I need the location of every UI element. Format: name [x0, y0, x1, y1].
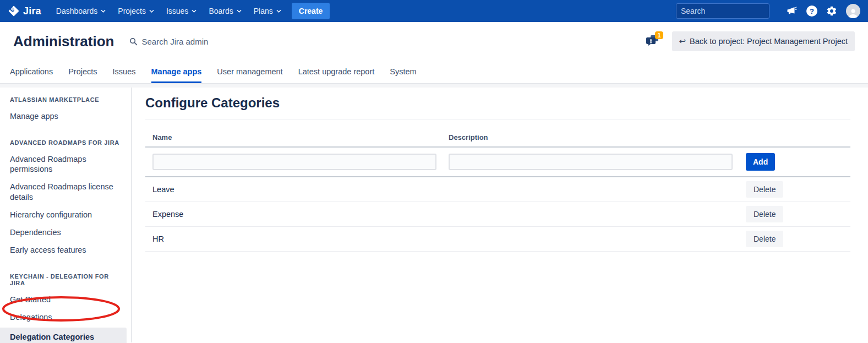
admin-search[interactable]: Search Jira admin	[129, 37, 208, 46]
table-header-row: Name Description	[145, 128, 850, 148]
admin-search-label: Search Jira admin	[141, 37, 208, 46]
user-avatar[interactable]	[846, 4, 860, 18]
settings-gear-icon[interactable]	[826, 6, 837, 17]
menu-issues[interactable]: Issues	[160, 0, 203, 22]
jira-logo-icon	[8, 5, 20, 17]
search-icon	[129, 37, 138, 46]
announcements-icon[interactable]	[786, 6, 798, 17]
notification-badge: 1	[655, 31, 663, 39]
menu-projects[interactable]: Projects	[112, 0, 160, 22]
sidebar-section-advanced-roadmaps: ADVANCED ROADMAPS FOR JIRA	[10, 139, 123, 146]
create-button[interactable]: Create	[292, 3, 330, 19]
global-search-input[interactable]	[681, 7, 780, 15]
column-header-name: Name	[152, 133, 449, 141]
tab-user-management[interactable]: User management	[217, 61, 282, 83]
sidebar-item-advanced-roadmaps-license-details[interactable]: Advanced Roadmaps license details	[10, 178, 120, 205]
notification-icon[interactable]: 1	[646, 34, 662, 49]
admin-tabbar: Applications Projects Issues Manage apps…	[0, 61, 868, 84]
chevron-down-icon	[101, 9, 106, 13]
menu-boards[interactable]: Boards	[203, 0, 247, 22]
sidebar-item-early-access-features[interactable]: Early access features	[10, 241, 120, 259]
sidebar-item-delegations[interactable]: Delegations	[10, 308, 120, 326]
chevron-down-icon	[192, 9, 196, 13]
content-title: Configure Categories	[145, 95, 850, 119]
tab-projects[interactable]: Projects	[68, 61, 97, 83]
delete-button[interactable]: Delete	[746, 181, 783, 198]
table-row-hr: HR Delete	[145, 227, 850, 252]
sidebar-item-manage-apps[interactable]: Manage apps	[10, 107, 120, 125]
tabbar-shadow-band	[0, 84, 868, 88]
category-name: Leave	[152, 185, 449, 194]
column-header-description: Description	[449, 133, 746, 141]
admin-header: Administration Search Jira admin 1 ↩ Bac…	[0, 22, 868, 61]
categories-table: Name Description Add Leave Dele	[145, 128, 850, 252]
add-button[interactable]: Add	[746, 153, 775, 171]
category-name-input[interactable]	[152, 154, 436, 170]
tab-manage-apps[interactable]: Manage apps	[151, 61, 202, 83]
delete-button[interactable]: Delete	[746, 206, 783, 222]
tab-applications[interactable]: Applications	[10, 61, 53, 83]
page-title: Administration	[13, 33, 114, 50]
table-row-leave: Leave Delete	[145, 177, 850, 202]
help-glyph: ?	[806, 6, 817, 17]
add-category-row: Add	[145, 148, 850, 177]
category-description-input[interactable]	[449, 154, 733, 170]
help-icon[interactable]: ?	[806, 6, 817, 17]
menu-dashboards[interactable]: Dashboards	[50, 0, 112, 22]
back-to-project-button[interactable]: ↩ Back to project: Project Management Pr…	[672, 31, 855, 51]
sidebar-item-hierarchy-configuration[interactable]: Hierarchy configuration	[10, 206, 120, 224]
sidebar-item-get-started[interactable]: Get Started	[10, 291, 120, 308]
menu-plans[interactable]: Plans	[248, 0, 287, 22]
back-arrow-icon: ↩	[679, 36, 686, 46]
sidebar-item-delegation-categories[interactable]: Delegation Categories	[0, 328, 127, 343]
sidebar-section-atlassian-marketplace: ATLASSIAN MARKETPLACE	[10, 96, 123, 103]
avatar-icon	[846, 4, 860, 18]
back-button-label: Back to project: Project Management Proj…	[690, 37, 848, 46]
tab-system[interactable]: System	[390, 61, 416, 83]
global-search[interactable]	[676, 3, 769, 19]
tab-latest-upgrade-report[interactable]: Latest upgrade report	[298, 61, 375, 83]
tab-issues[interactable]: Issues	[113, 61, 136, 83]
table-row-expense: Expense Delete	[145, 202, 850, 227]
jira-logo[interactable]: Jira	[8, 5, 41, 17]
chevron-down-icon	[276, 9, 281, 13]
main-content: Configure Categories Name Description Ad…	[132, 88, 868, 342]
chevron-down-icon	[149, 9, 154, 13]
top-navigation-bar: Jira Dashboards Projects Issues Boards P…	[0, 0, 868, 22]
delete-button[interactable]: Delete	[746, 231, 783, 247]
sidebar-item-dependencies[interactable]: Dependencies	[10, 224, 120, 241]
brand-name: Jira	[23, 6, 41, 17]
sidebar-section-keychain-delegation: KEYCHAIN - DELEGATION FOR JIRA	[10, 273, 123, 286]
admin-sidebar: ATLASSIAN MARKETPLACE Manage apps ADVANC…	[0, 88, 132, 342]
category-name: Expense	[152, 210, 449, 219]
chevron-down-icon	[237, 9, 242, 13]
sidebar-item-advanced-roadmaps-permissions[interactable]: Advanced Roadmaps permissions	[10, 150, 120, 178]
category-name: HR	[152, 235, 449, 243]
